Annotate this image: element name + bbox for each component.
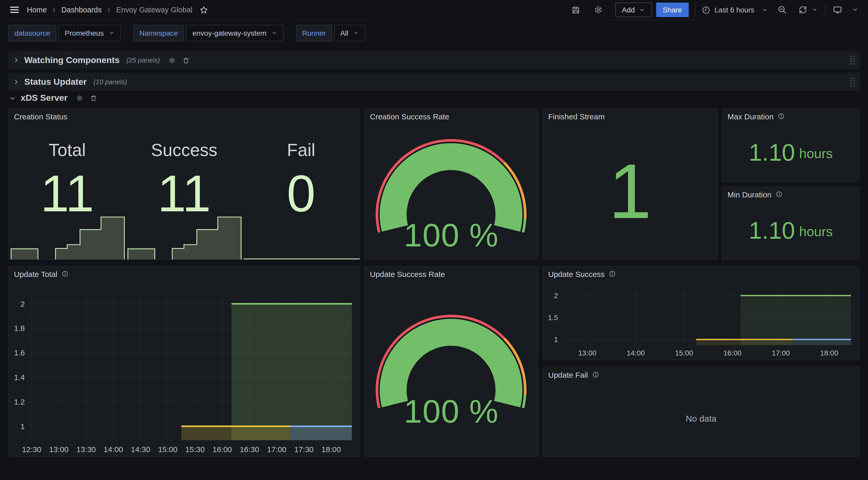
panel-title[interactable]: Update Total <box>14 269 57 278</box>
panel-title[interactable]: Update Success <box>548 269 604 278</box>
svg-text:13:30: 13:30 <box>76 445 96 454</box>
menu-toggle-button[interactable] <box>8 4 21 16</box>
panel-update-fail: Update Fail No data <box>542 367 860 457</box>
stat-label: Success <box>151 140 217 160</box>
info-icon[interactable] <box>61 270 69 277</box>
panel-title[interactable]: Max Duration <box>727 112 773 121</box>
variable-namespace-select[interactable]: envoy-gateway-system <box>186 25 283 41</box>
variable-runner: Runner All <box>296 25 365 41</box>
stat-sparkline <box>126 215 243 259</box>
grafana-dashboard: Home Dashboards Envoy Gateway Global <box>0 0 868 480</box>
no-data-message: No data <box>543 382 859 456</box>
zoom-out-time-button[interactable] <box>777 4 788 16</box>
row-xds-server[interactable]: xDS Server <box>9 91 97 105</box>
info-icon[interactable] <box>778 113 785 120</box>
svg-text:17:00: 17:00 <box>772 349 790 357</box>
stat-sparkline <box>243 215 359 259</box>
row-watching-components[interactable]: Watching Components (25 panels) <box>8 51 860 69</box>
row-drag-handle[interactable] <box>849 77 856 87</box>
refresh-interval-dropdown[interactable] <box>811 6 819 14</box>
row-panel-count: (25 panels) <box>126 56 160 64</box>
svg-text:14:30: 14:30 <box>131 445 150 454</box>
svg-text:14:00: 14:00 <box>103 445 123 454</box>
svg-text:13:00: 13:00 <box>578 349 596 357</box>
time-range-picker[interactable]: Last 6 hours <box>702 5 768 14</box>
stat-fail: Fail 0 <box>243 123 360 259</box>
variable-namespace-value: envoy-gateway-system <box>192 29 266 37</box>
stat-unit: hours <box>799 145 833 161</box>
info-icon[interactable] <box>776 191 783 198</box>
panel-update-total: Update Total 12:3013:0013:3014:0014:3015… <box>8 266 360 457</box>
favorite-star-button[interactable] <box>199 4 210 15</box>
topbar-left: Home Dashboards Envoy Gateway Global <box>8 4 210 16</box>
info-icon[interactable] <box>592 371 599 378</box>
stat-value: 1.10 <box>749 139 795 167</box>
svg-text:2: 2 <box>554 292 558 300</box>
top-nav-bar: Home Dashboards Envoy Gateway Global <box>0 0 868 20</box>
variable-runner-label[interactable]: Runner <box>296 25 332 41</box>
svg-text:1.5: 1.5 <box>548 313 558 322</box>
svg-text:1.2: 1.2 <box>14 398 25 406</box>
share-button-label: Share <box>663 6 682 14</box>
svg-text:15:00: 15:00 <box>158 445 178 454</box>
star-icon <box>200 5 209 14</box>
timeseries-chart[interactable]: 13:0014:0015:0016:0017:0018:0021.51 <box>543 281 859 360</box>
save-dashboard-button[interactable] <box>570 4 581 15</box>
variable-runner-select[interactable]: All <box>334 25 365 41</box>
breadcrumb-dashboards[interactable]: Dashboards <box>61 6 101 14</box>
panel-title[interactable]: Update Fail <box>548 370 588 379</box>
panel-title[interactable]: Update Success Rate <box>370 269 445 278</box>
svg-text:16:00: 16:00 <box>723 349 741 357</box>
panel-title[interactable]: Finished Stream <box>548 112 604 121</box>
dashboard-settings-button[interactable] <box>592 4 604 16</box>
row-title: Watching Components <box>24 55 120 65</box>
row-status-updater[interactable]: Status Updater (10 panels) <box>8 73 860 91</box>
timeseries-chart[interactable]: 12:3013:0013:3014:0014:3015:0015:3016:00… <box>9 281 360 456</box>
share-button[interactable]: Share <box>656 3 689 17</box>
topbar-right: Add Share Last 6 hours <box>570 3 860 17</box>
row-settings-gear-icon[interactable] <box>168 57 176 64</box>
topbar-more-dropdown[interactable] <box>850 5 860 14</box>
dashboard-variables-bar: datasource Prometheus Namespace envoy-ga… <box>0 20 868 46</box>
row-drag-handle[interactable] <box>849 55 856 65</box>
time-range-label: Last 6 hours <box>715 6 754 14</box>
row-settings-gear-icon[interactable] <box>76 95 83 102</box>
chevron-down-icon <box>762 6 768 13</box>
monitor-icon <box>833 5 842 14</box>
add-button[interactable]: Add <box>615 3 652 17</box>
svg-text:18:00: 18:00 <box>321 445 341 454</box>
svg-text:16:30: 16:30 <box>240 445 259 454</box>
hamburger-icon <box>9 5 20 15</box>
zoom-out-icon <box>778 5 787 14</box>
svg-text:15:00: 15:00 <box>675 349 693 357</box>
stat-unit: hours <box>799 223 833 239</box>
row-delete-trash-icon[interactable] <box>90 95 97 102</box>
stat-total: Total 11 <box>9 123 126 259</box>
stat-value: 0 <box>287 167 315 221</box>
row-title: xDS Server <box>21 93 67 103</box>
breadcrumb-home[interactable]: Home <box>27 6 47 14</box>
panel-title[interactable]: Creation Status <box>14 112 67 121</box>
stat-value: 11 <box>157 167 211 221</box>
variable-datasource-label[interactable]: datasource <box>8 25 57 41</box>
row-delete-trash-icon[interactable] <box>182 57 189 64</box>
kiosk-mode-button[interactable] <box>832 4 843 16</box>
gauge-value: 100 % <box>365 216 538 254</box>
svg-text:18:00: 18:00 <box>820 349 838 357</box>
stat-value: 1.10 <box>749 216 795 244</box>
chevron-down-icon <box>353 30 359 36</box>
stat-grid: Total 11 Success 11 Fail 0 <box>9 123 360 259</box>
variable-namespace-label[interactable]: Namespace <box>133 25 184 41</box>
refresh-button[interactable] <box>797 4 809 16</box>
panel-title[interactable]: Creation Success Rate <box>370 112 449 121</box>
svg-text:1.4: 1.4 <box>14 373 25 382</box>
info-icon[interactable] <box>609 270 616 277</box>
stat-success: Success 11 <box>126 123 243 259</box>
panel-title[interactable]: Min Duration <box>727 190 771 199</box>
drag-dots-icon <box>849 77 856 87</box>
variable-datasource-select[interactable]: Prometheus <box>59 25 121 41</box>
stat-value-group: 1.10 hours <box>722 123 859 181</box>
chevron-right-icon <box>13 79 20 85</box>
svg-text:1: 1 <box>554 336 558 343</box>
refresh-icon <box>798 5 808 14</box>
